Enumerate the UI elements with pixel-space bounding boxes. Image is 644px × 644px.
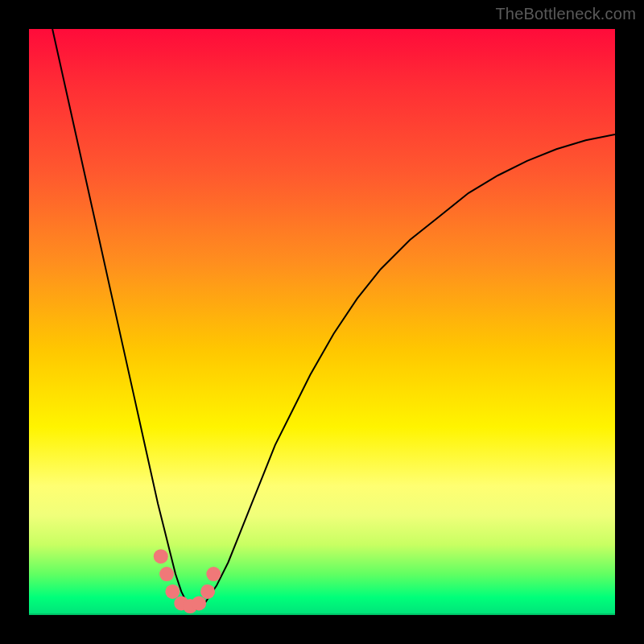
chart-stage: TheBottleneck.com <box>0 0 644 644</box>
marker-dot <box>192 596 206 610</box>
bottleneck-curve <box>52 29 615 609</box>
watermark-text: TheBottleneck.com <box>495 5 636 23</box>
highlight-markers <box>154 549 221 613</box>
marker-dot <box>159 567 174 581</box>
marker-dot <box>200 584 215 599</box>
marker-dot <box>165 584 180 599</box>
plot-area <box>29 29 615 615</box>
curve-layer <box>29 29 615 615</box>
marker-dot <box>206 567 221 581</box>
marker-dot <box>154 549 168 564</box>
